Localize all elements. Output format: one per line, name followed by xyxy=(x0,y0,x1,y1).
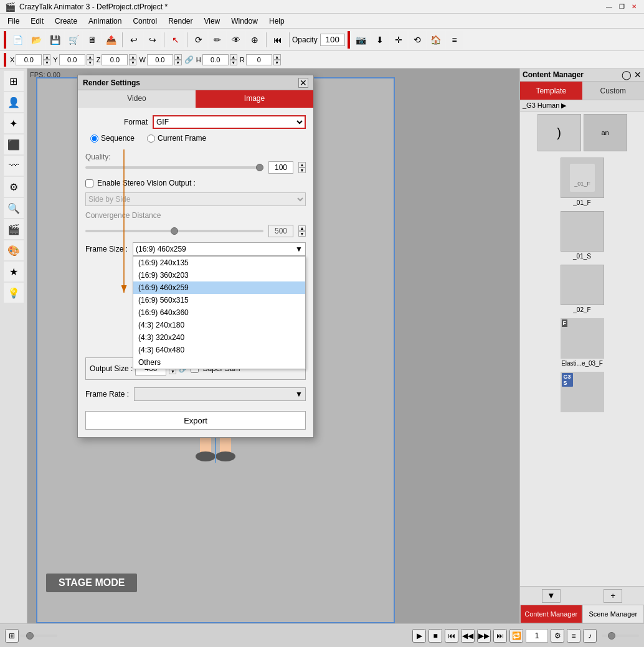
bone-tool[interactable]: ✦ xyxy=(4,113,24,133)
z-input[interactable] xyxy=(102,54,128,65)
menu-help[interactable]: Help xyxy=(264,16,290,27)
tab-scene-manager[interactable]: Scene Manager xyxy=(582,605,645,623)
tool7-button[interactable]: ⟲ xyxy=(409,31,426,49)
tool8-button[interactable]: 🏠 xyxy=(427,31,445,49)
frame-rate-select[interactable]: ▼ xyxy=(134,387,306,401)
palette-tool[interactable]: 🎨 xyxy=(4,240,24,260)
current-frame-radio-input[interactable] xyxy=(147,135,155,143)
export-button[interactable]: 📤 xyxy=(102,31,120,49)
dropdown-item-7[interactable]: (4:3) 640x480 xyxy=(133,344,305,356)
redo-button[interactable]: ↪ xyxy=(144,31,161,49)
zoom-slider[interactable] xyxy=(20,635,57,637)
tab-template[interactable]: Template xyxy=(520,82,582,100)
undo-button[interactable]: ↩ xyxy=(125,31,143,49)
cart-button[interactable]: 🛒 xyxy=(65,31,82,49)
list-item[interactable]: ) xyxy=(537,114,581,153)
loop-button[interactable]: 🔁 xyxy=(509,629,523,643)
settings-tool[interactable]: ⚙ xyxy=(4,177,24,197)
stop-button[interactable]: ■ xyxy=(429,629,442,643)
grid-tool[interactable]: ⊞ xyxy=(4,71,24,91)
r-input[interactable] xyxy=(246,54,272,65)
search-tool[interactable]: 🔍 xyxy=(4,198,24,218)
timeline-zoom[interactable] xyxy=(602,635,639,637)
menu-render[interactable]: Render xyxy=(163,16,197,27)
tool6-button[interactable]: ✛ xyxy=(390,31,407,49)
list-item[interactable]: _01_F _01_F xyxy=(561,158,604,206)
quality-down[interactable]: ▼ xyxy=(298,168,306,173)
open-button[interactable]: 📂 xyxy=(27,31,45,49)
content-down-button[interactable]: ▼ xyxy=(542,589,561,603)
list-item[interactable]: F Elasti...e_03_F xyxy=(561,318,604,367)
minimize-button[interactable]: — xyxy=(604,2,614,12)
move-tool[interactable]: ⬛ xyxy=(4,135,24,154)
w-down[interactable]: ▼ xyxy=(174,60,182,65)
y-input[interactable] xyxy=(59,54,85,65)
menu-view[interactable]: View xyxy=(199,16,225,27)
quality-input[interactable] xyxy=(268,161,293,174)
tool2-button[interactable]: ✏ xyxy=(209,31,226,49)
tl-screen-button[interactable]: ⊞ xyxy=(5,629,19,643)
export-button[interactable]: Export xyxy=(85,411,306,430)
next-frame-button[interactable]: ⏭ xyxy=(493,629,507,643)
stereo-select[interactable]: Side by Side xyxy=(85,192,306,206)
x-input[interactable] xyxy=(16,54,42,65)
dropdown-item-6[interactable]: (4:3) 320x240 xyxy=(133,331,305,344)
close-button[interactable]: ✕ xyxy=(629,2,639,12)
r-up[interactable]: ▲ xyxy=(273,54,281,60)
window-controls[interactable]: — ❐ ✕ xyxy=(604,2,639,12)
menu-create[interactable]: Create xyxy=(50,16,82,27)
camera-button[interactable]: 📷 xyxy=(353,31,370,49)
dialog-close-button[interactable]: ✕ xyxy=(298,78,308,88)
content-add-button[interactable]: + xyxy=(604,589,622,603)
tab-custom[interactable]: Custom xyxy=(582,82,645,100)
monitor-button[interactable]: 🖥 xyxy=(83,31,101,49)
tab-content-manager[interactable]: Content Manager xyxy=(520,605,582,623)
menu-animation[interactable]: Animation xyxy=(83,16,126,27)
tool4-button[interactable]: ⊕ xyxy=(246,31,263,49)
quality-slider[interactable] xyxy=(85,166,263,169)
dropdown-item-2[interactable]: (16:9) 460x259 xyxy=(133,281,305,294)
frame-input[interactable] xyxy=(526,629,548,643)
step-fwd-button[interactable]: ▶▶ xyxy=(477,629,491,643)
dropdown-item-4[interactable]: (16:9) 640x360 xyxy=(133,306,305,319)
dropdown-item-8[interactable]: Others xyxy=(133,356,305,369)
transport1-button[interactable]: ⏮ xyxy=(269,31,286,49)
h-up[interactable]: ▲ xyxy=(230,54,237,60)
music-button[interactable]: ♪ xyxy=(583,629,597,643)
dropdown-item-0[interactable]: (16:9) 240x135 xyxy=(133,257,305,269)
step-back-button[interactable]: ◀◀ xyxy=(461,629,475,643)
prev-frame-button[interactable]: ⏮ xyxy=(445,629,458,643)
select-button[interactable]: ↖ xyxy=(167,31,184,49)
tool1-button[interactable]: ⟳ xyxy=(190,31,207,49)
format-select[interactable]: GIF PNG JPG BMP xyxy=(153,115,306,129)
tab-image[interactable]: Image xyxy=(196,90,313,108)
list-item[interactable]: _02_F xyxy=(561,265,604,313)
person-tool[interactable]: 👤 xyxy=(4,92,24,112)
menu-edit[interactable]: Edit xyxy=(26,16,49,27)
list-button[interactable]: ≡ xyxy=(567,629,580,643)
convergence-slider[interactable] xyxy=(85,230,263,232)
sequence-radio[interactable]: Sequence xyxy=(90,134,135,143)
tool5-button[interactable]: ⬇ xyxy=(371,31,389,49)
convergence-input[interactable] xyxy=(268,225,293,237)
dropdown-item-5[interactable]: (4:3) 240x180 xyxy=(133,319,305,331)
content-manager-close-button[interactable]: ✕ xyxy=(634,70,642,80)
convergence-down[interactable]: ▼ xyxy=(298,231,306,237)
h-down[interactable]: ▼ xyxy=(230,60,237,65)
stereo-checkbox[interactable] xyxy=(85,179,93,187)
dropdown-item-1[interactable]: (16:9) 360x203 xyxy=(133,269,305,281)
list-item[interactable]: an xyxy=(584,114,627,153)
convergence-up[interactable]: ▲ xyxy=(298,225,306,231)
output-width-down[interactable]: ▼ xyxy=(169,369,176,374)
z-down[interactable]: ▼ xyxy=(129,60,136,65)
x-down[interactable]: ▼ xyxy=(43,60,50,65)
sequence-radio-input[interactable] xyxy=(90,135,98,143)
h-input[interactable] xyxy=(202,54,229,65)
y-down[interactable]: ▼ xyxy=(87,60,94,65)
settings-gear-button[interactable]: ⚙ xyxy=(551,629,564,643)
list-item[interactable]: _01_S xyxy=(561,211,604,260)
new-button[interactable]: 📄 xyxy=(9,31,26,49)
r-down[interactable]: ▼ xyxy=(273,60,281,65)
x-up[interactable]: ▲ xyxy=(43,54,50,60)
menu-control[interactable]: Control xyxy=(128,16,162,27)
